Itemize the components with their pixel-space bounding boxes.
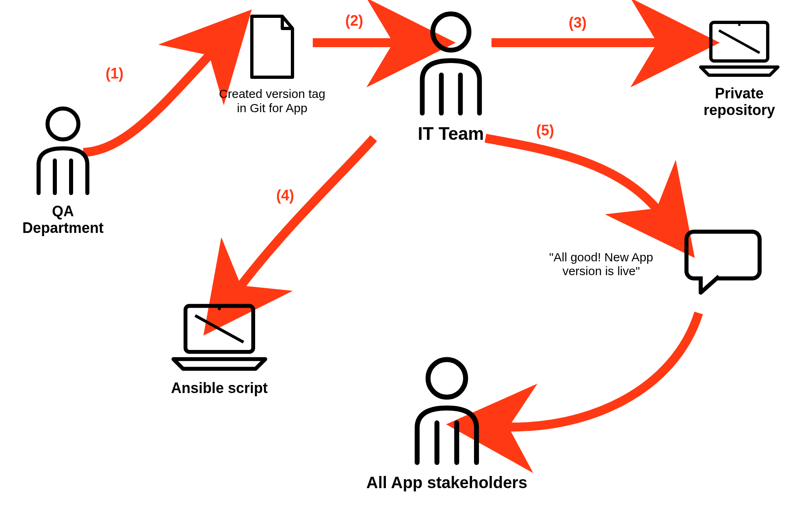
stakeholders-label: All App stakeholders (362, 473, 532, 492)
svg-line-6 (195, 315, 243, 342)
qa-label: QA Department (10, 203, 116, 237)
chat-bubble-icon (682, 228, 764, 297)
arrow-4 (236, 138, 374, 293)
document-icon (244, 12, 301, 81)
node-message: "All good! New App version is live" (528, 228, 764, 297)
arrow-5 (485, 138, 662, 215)
step-2-label: (2) (345, 12, 363, 29)
node-document: Created version tag in Git for App (203, 12, 341, 115)
node-stakeholders: All App stakeholders (362, 354, 532, 492)
person-icon (400, 354, 494, 467)
node-it-team: IT Team (402, 8, 500, 144)
person-icon (406, 8, 496, 118)
step-1-label: (1) (106, 65, 123, 82)
it-team-label: IT Team (402, 124, 500, 144)
svg-point-7 (218, 307, 221, 310)
step-3-label: (3) (569, 14, 587, 31)
node-private-repository: Private repository (682, 18, 796, 119)
step-4-label: (4) (276, 187, 294, 204)
laptop-icon (697, 18, 782, 79)
svg-point-4 (738, 24, 741, 26)
person-icon (26, 104, 100, 197)
ansible-label: Ansible script (154, 380, 284, 396)
document-label: Created version tag in Git for App (203, 87, 341, 115)
repo-label: Private repository (682, 85, 796, 119)
svg-rect-8 (686, 232, 760, 278)
step-5-label: (5) (536, 122, 554, 139)
diagram-canvas: QA Department Created version tag in Git… (0, 0, 812, 517)
svg-point-9 (428, 360, 466, 398)
message-label: "All good! New App version is live" (528, 250, 674, 278)
svg-point-0 (48, 109, 78, 139)
svg-point-1 (433, 14, 469, 50)
node-qa-department: QA Department (10, 104, 116, 237)
node-ansible-script: Ansible script (154, 301, 284, 396)
svg-line-3 (719, 30, 760, 53)
laptop-icon (169, 301, 270, 374)
